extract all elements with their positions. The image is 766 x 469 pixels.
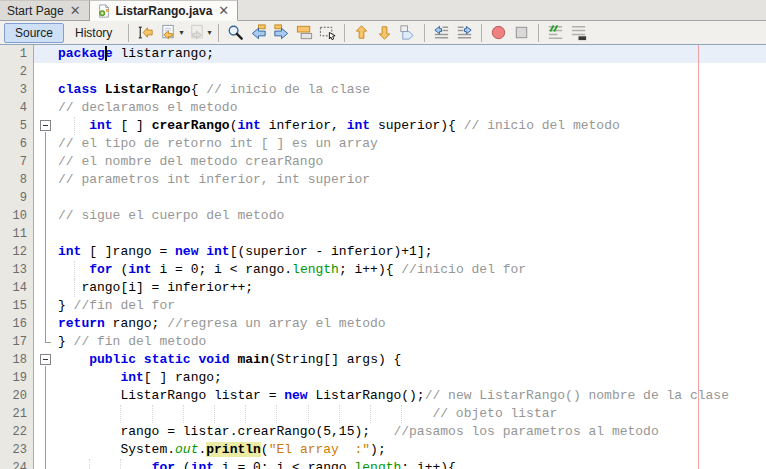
previous-bookmark-icon[interactable] <box>350 22 373 43</box>
code-text[interactable]: System.out.println("El array :"); <box>56 441 766 459</box>
find-previous-icon[interactable] <box>247 22 270 43</box>
code-line[interactable]: 14 rango[i] = inferior++; <box>0 279 766 297</box>
line-number[interactable]: 4 <box>0 99 34 117</box>
line-number[interactable]: 7 <box>0 153 34 171</box>
code-text[interactable]: int[ ] rango; <box>56 369 766 387</box>
rectangular-selection-icon[interactable] <box>316 22 339 43</box>
source-button[interactable]: Source <box>4 23 64 43</box>
code-line[interactable]: 20 ListarRango listar = new ListarRango(… <box>0 387 766 405</box>
code-text[interactable]: int [ ] crearRango(int inferior, int sup… <box>56 117 766 135</box>
code-line[interactable]: 23 System.out.println("El array :"); <box>0 441 766 459</box>
line-number[interactable]: 9 <box>0 189 34 207</box>
code-text[interactable]: class ListarRango{ // inicio de la clase <box>56 81 766 99</box>
code-line[interactable]: 15} //fin del for <box>0 297 766 315</box>
code-line[interactable]: 12int [ ]rango = new int[(superior - inf… <box>0 243 766 261</box>
code-text[interactable]: // parametros int inferior, int superior <box>56 171 766 189</box>
code-text[interactable]: rango[i] = inferior++; <box>56 279 766 297</box>
line-number[interactable]: 5 <box>0 117 34 135</box>
find-selection-icon[interactable] <box>224 22 247 43</box>
line-number[interactable]: 10 <box>0 207 34 225</box>
code-text[interactable]: // el nombre del metodo crearRango <box>56 153 766 171</box>
start-macro-recording-icon[interactable] <box>487 22 510 43</box>
line-number[interactable]: 15 <box>0 297 34 315</box>
line-number[interactable]: 24 <box>0 459 34 469</box>
code-text[interactable]: return rango; //regresa un array el meto… <box>56 315 766 333</box>
line-number[interactable]: 21 <box>0 405 34 423</box>
line-number[interactable]: 13 <box>0 261 34 279</box>
next-bookmark-icon[interactable] <box>373 22 396 43</box>
code-line[interactable]: 4// declaramos el metodo <box>0 99 766 117</box>
toggle-bookmark-icon[interactable] <box>396 22 419 43</box>
code-text[interactable] <box>56 189 766 207</box>
tab-listarrango-java[interactable]: ListarRango.java ✕ <box>90 0 239 21</box>
toggle-highlight-search-icon[interactable] <box>293 22 316 43</box>
line-number[interactable]: 3 <box>0 81 34 99</box>
line-number[interactable]: 17 <box>0 333 34 351</box>
line-number[interactable]: 23 <box>0 441 34 459</box>
back-icon[interactable]: ▾ <box>157 22 185 43</box>
shift-line-right-icon[interactable] <box>453 22 476 43</box>
dropdown-caret-icon[interactable]: ▾ <box>179 28 183 37</box>
code-text[interactable]: for (int i = 0; i < rango.length; i++){ <box>56 459 766 469</box>
code-line[interactable]: 13 for (int i = 0; i < rango.length; i++… <box>0 261 766 279</box>
code-text[interactable]: package listarrango; <box>56 45 766 63</box>
line-number[interactable]: 14 <box>0 279 34 297</box>
line-number[interactable]: 19 <box>0 369 34 387</box>
line-number[interactable]: 1 <box>0 45 34 63</box>
line-number[interactable]: 8 <box>0 171 34 189</box>
dropdown-caret-icon[interactable]: ▾ <box>207 28 211 37</box>
line-number[interactable]: 22 <box>0 423 34 441</box>
line-number[interactable]: 12 <box>0 243 34 261</box>
code-line[interactable]: 7// el nombre del metodo crearRango <box>0 153 766 171</box>
code-line[interactable]: 6// el tipo de retorno int [ ] es un arr… <box>0 135 766 153</box>
code-line[interactable]: 5 int [ ] crearRango(int inferior, int s… <box>0 117 766 135</box>
code-text[interactable]: } // fin del metodo <box>56 333 766 351</box>
code-line[interactable]: 17} // fin del metodo <box>0 333 766 351</box>
line-number[interactable]: 2 <box>0 63 34 81</box>
code-text[interactable]: int [ ]rango = new int[(superior - infer… <box>56 243 766 261</box>
line-number[interactable]: 18 <box>0 351 34 369</box>
code-line[interactable]: 21 // objeto listar <box>0 405 766 423</box>
line-number[interactable]: 16 <box>0 315 34 333</box>
code-text[interactable] <box>56 225 766 243</box>
code-text[interactable] <box>56 63 766 81</box>
history-button[interactable]: History <box>64 23 123 43</box>
code-text[interactable]: public static void main(String[] args) { <box>56 351 766 369</box>
close-tab-icon[interactable]: ✕ <box>69 4 82 17</box>
line-number[interactable]: 6 <box>0 135 34 153</box>
line-number[interactable]: 11 <box>0 225 34 243</box>
code-text[interactable]: for (int i = 0; i < rango.length; i++){ … <box>56 261 766 279</box>
code-line[interactable]: 19 int[ ] rango; <box>0 369 766 387</box>
code-line[interactable]: 9 <box>0 189 766 207</box>
code-line[interactable]: 2 <box>0 63 766 81</box>
shift-line-left-icon[interactable] <box>430 22 453 43</box>
code-text[interactable]: // sigue el cuerpo del metodo <box>56 207 766 225</box>
last-edit-location-icon[interactable] <box>134 22 157 43</box>
code-line[interactable]: 22 rango = listar.crearRango(5,15); //pa… <box>0 423 766 441</box>
tab-start-page[interactable]: Start Page ✕ <box>0 0 90 20</box>
find-next-icon[interactable] <box>270 22 293 43</box>
code-text[interactable]: // el tipo de retorno int [ ] es un arra… <box>56 135 766 153</box>
forward-icon[interactable]: ▾ <box>185 22 213 43</box>
code-line[interactable]: 1package listarrango; <box>0 45 766 63</box>
code-text[interactable]: // declaramos el metodo <box>56 99 766 117</box>
code-line[interactable]: 11 <box>0 225 766 243</box>
code-text[interactable]: ListarRango listar = new ListarRango();/… <box>56 387 766 405</box>
close-tab-icon[interactable]: ✕ <box>217 4 230 17</box>
code-line[interactable]: 10// sigue el cuerpo del metodo <box>0 207 766 225</box>
code-text[interactable]: // objeto listar <box>56 405 766 423</box>
code-line[interactable]: 24 for (int i = 0; i < rango.length; i++… <box>0 459 766 469</box>
stop-macro-recording-icon[interactable] <box>510 22 533 43</box>
comment-lines-icon[interactable] <box>544 22 567 43</box>
line-number[interactable]: 20 <box>0 387 34 405</box>
uncomment-lines-icon[interactable] <box>567 22 590 43</box>
code-text[interactable]: } //fin del for <box>56 297 766 315</box>
code-line[interactable]: 8// parametros int inferior, int superio… <box>0 171 766 189</box>
fold-collapse-icon[interactable] <box>34 351 56 369</box>
code-text[interactable]: rango = listar.crearRango(5,15); //pasam… <box>56 423 766 441</box>
code-line[interactable]: 3class ListarRango{ // inicio de la clas… <box>0 81 766 99</box>
code-line[interactable]: 18 public static void main(String[] args… <box>0 351 766 369</box>
code-line[interactable]: 16return rango; //regresa un array el me… <box>0 315 766 333</box>
fold-collapse-icon[interactable] <box>34 117 56 135</box>
code-editor[interactable]: 1package listarrango;23class ListarRango… <box>0 45 766 469</box>
